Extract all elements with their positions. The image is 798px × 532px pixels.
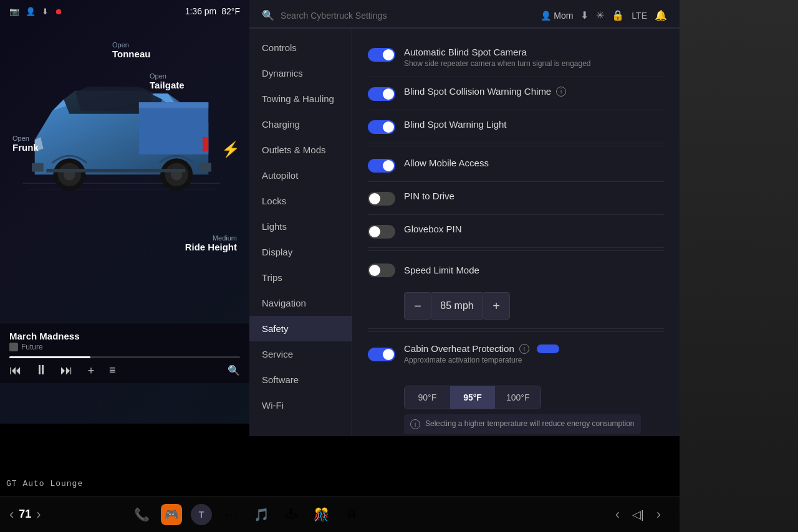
nav-item-wifi[interactable]: Wi-Fi — [249, 392, 352, 418]
cabin-warning-icon: i — [410, 419, 420, 429]
nav-item-display[interactable]: Display — [249, 239, 352, 265]
nav-item-locks[interactable]: Locks — [249, 188, 352, 214]
toggle-blind-spot-camera[interactable] — [368, 48, 395, 62]
cabin-energy-warning: i Selecting a higher temperature will re… — [404, 414, 641, 434]
toggle-blind-spot-chime-switch[interactable] — [368, 87, 395, 101]
lock-icon: 🔒 — [612, 9, 624, 21]
svg-rect-15 — [203, 137, 208, 151]
ride-height-label[interactable]: Medium Ride Height — [185, 234, 237, 253]
toggle-speed-limit[interactable] — [368, 264, 395, 277]
prev-page-button[interactable]: ‹ — [9, 506, 14, 523]
track-info: March Madness Future — [9, 331, 240, 351]
speed-increase-button[interactable]: + — [483, 292, 510, 320]
nav-item-software[interactable]: Software — [249, 367, 352, 392]
progress-bar-track[interactable] — [9, 356, 240, 358]
search-area: 🔍 — [262, 9, 541, 21]
nav-item-safety[interactable]: Safety — [249, 316, 352, 341]
svg-rect-6 — [139, 102, 208, 154]
setting-blind-spot-chime: Blind Spot Collision Warning Chime i — [368, 77, 664, 110]
nav-item-service[interactable]: Service — [249, 341, 352, 367]
search-icon: 🔍 — [262, 9, 274, 21]
next-page-button[interactable]: › — [36, 506, 41, 523]
user-icon: 👤 — [541, 11, 551, 21]
party-icon[interactable]: 🎊 — [310, 504, 332, 525]
section-divider-1 — [368, 146, 664, 146]
toggle-speed-limit-switch[interactable] — [368, 264, 395, 277]
nav-back-button[interactable]: ‹ — [615, 506, 620, 523]
bell-icon: 🔔 — [655, 9, 667, 21]
settings-nav: Controls Dynamics Towing & Hauling Charg… — [249, 29, 352, 436]
tesla-app-icon[interactable]: T — [191, 504, 212, 525]
clock: 1:36 pm — [185, 6, 217, 16]
lightning-bolt: ⚡ — [221, 141, 240, 158]
blind-spot-chime-info-icon[interactable]: i — [556, 87, 566, 97]
equalizer-button[interactable]: ≡ — [109, 364, 116, 377]
blind-spot-light-title: Blind Spot Warning Light — [404, 119, 664, 130]
nav-item-dynamics[interactable]: Dynamics — [249, 60, 352, 86]
toggle-blind-spot-light-switch[interactable] — [368, 120, 395, 134]
frunk-name: Frunk — [12, 142, 39, 153]
icon-download-status: ⬇ — [42, 7, 49, 16]
glovebox-pin-text: Glovebox PIN — [404, 224, 664, 234]
track-title: March Madness — [9, 331, 240, 341]
toggle-blind-spot-chime[interactable] — [368, 87, 395, 101]
toggle-cabin-overheat-switch[interactable] — [368, 348, 395, 361]
display-icon[interactable]: 🖥 — [340, 504, 362, 525]
prev-button[interactable]: ⏮ — [9, 363, 22, 378]
toggle-glovebox-pin-switch[interactable] — [368, 225, 395, 239]
more-apps-button[interactable]: ⋯ — [221, 504, 242, 525]
search-music-button[interactable]: 🔍 — [228, 364, 240, 376]
speed-limit-title: Speed Limit Mode — [404, 265, 664, 275]
settings-content: Automatic Blind Spot Camera Show side re… — [352, 29, 680, 436]
speed-decrease-button[interactable]: − — [404, 292, 431, 320]
phone-app-icon[interactable]: 📞 — [131, 504, 152, 525]
car-visualization: Open Tonneau Open Tailgate — [6, 22, 243, 259]
streaming-app-icon[interactable]: 🎮 — [161, 504, 182, 525]
nav-item-towing[interactable]: Towing & Hauling — [249, 86, 352, 112]
next-button[interactable]: ⏭ — [60, 363, 73, 378]
blind-spot-camera-desc: Show side repeater camera when turn sign… — [404, 59, 664, 68]
temp-option-95[interactable]: 95°F — [450, 386, 496, 409]
frunk-label[interactable]: Open Frunk — [12, 135, 39, 153]
nav-item-navigation[interactable]: Navigation — [249, 290, 352, 316]
toggle-cabin-overheat[interactable] — [368, 348, 395, 361]
nav-forward-button[interactable]: › — [656, 506, 661, 523]
nav-item-autopilot[interactable]: Autopilot — [249, 163, 352, 188]
play-pause-button[interactable]: ⏸ — [34, 362, 48, 378]
add-button[interactable]: ＋ — [85, 363, 97, 378]
nav-item-outlets[interactable]: Outlets & Mods — [249, 137, 352, 163]
ride-height-name: Ride Height — [185, 242, 237, 252]
search-input[interactable] — [281, 11, 541, 21]
music-app-icon[interactable]: 🎵 — [251, 504, 272, 525]
toggle-pin-to-drive[interactable] — [368, 192, 395, 206]
toggle-blind-spot-light[interactable] — [368, 120, 395, 134]
toggle-blind-spot-camera-switch[interactable] — [368, 48, 395, 62]
settings-header: 🔍 👤 Mom ⬇ ✳ 🔒 LTE 🔔 — [249, 0, 680, 28]
icon-record: ⏺ — [55, 7, 63, 16]
cabin-overheat-text: Cabin Overheat Protection i Approximate … — [404, 343, 664, 364]
blind-spot-camera-title: Automatic Blind Spot Camera — [404, 47, 664, 57]
gaming-icon[interactable]: 🕹 — [281, 504, 302, 525]
toggle-mobile-access[interactable] — [368, 159, 395, 173]
nav-item-trips[interactable]: Trips — [249, 265, 352, 290]
media-icon-button[interactable]: ◁| — [632, 508, 644, 521]
watermark: GT Auto Lounge — [6, 479, 83, 488]
blind-spot-chime-text: Blind Spot Collision Warning Chime i — [404, 86, 664, 97]
toggle-mobile-access-switch[interactable] — [368, 159, 395, 173]
right-panel — [680, 0, 798, 532]
nav-item-lights[interactable]: Lights — [249, 214, 352, 239]
svg-rect-16 — [32, 163, 44, 172]
time-temp-display: 1:36 pm 82°F — [185, 6, 240, 16]
nav-item-controls[interactable]: Controls — [249, 35, 352, 60]
download-icon: ⬇ — [580, 9, 589, 21]
taskbar: ‹ 71 › 📞 🎮 T ⋯ 🎵 🕹 🎊 🖥 ‹ ◁| › — [0, 496, 680, 532]
temp-option-90[interactable]: 90°F — [405, 386, 450, 409]
setting-blind-spot-light: Blind Spot Warning Light — [368, 110, 664, 143]
blind-spot-chime-title: Blind Spot Collision Warning Chime i — [404, 86, 664, 97]
toggle-pin-to-drive-switch[interactable] — [368, 192, 395, 206]
temp-option-100[interactable]: 100°F — [495, 386, 541, 409]
nav-item-charging[interactable]: Charging — [249, 112, 352, 137]
toggle-glovebox-pin[interactable] — [368, 225, 395, 239]
car-display-panel: 📷 👤 ⬇ ⏺ 1:36 pm 82°F Open Tonneau Open T… — [0, 0, 249, 424]
cabin-overheat-info-icon[interactable]: i — [519, 344, 529, 354]
